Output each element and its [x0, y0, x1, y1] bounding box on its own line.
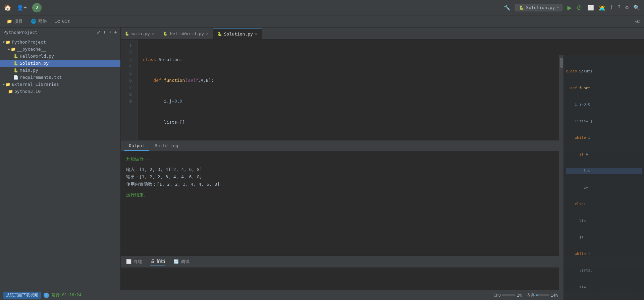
main-layout: PythonProject ⤢ ⬆ ⬇ + ▼ 📁 PythonProject …: [0, 27, 644, 290]
file-selector-label: Solution.py: [526, 5, 555, 10]
vertical-scrollbar[interactable]: [559, 55, 564, 300]
chevron-right-icon: ▶: [8, 47, 10, 51]
profile-icon[interactable]: 🧑‍💻: [599, 4, 605, 11]
preview-line-1: class Soluti: [566, 69, 642, 74]
tree-item-helloworld[interactable]: 🐍 HelloWorld.py: [0, 53, 120, 60]
tab-close-solution[interactable]: ✕: [255, 32, 257, 36]
download-banner[interactable]: 从该页面下载视频: [3, 292, 41, 299]
memory-progress-container: [536, 294, 549, 296]
add-file-icon[interactable]: +: [114, 29, 117, 35]
share-icon[interactable]: ⤴: [610, 4, 613, 11]
line-num-9: 9: [121, 98, 135, 105]
tree-root-label: PythonProject: [12, 40, 46, 45]
sidebar-actions: ⤢ ⬆ ⬇ +: [97, 29, 117, 35]
running-time: 运行 01:16:24: [52, 292, 82, 298]
download-icon[interactable]: ⬇: [109, 29, 111, 35]
wrench-icon[interactable]: 🔧: [504, 4, 511, 11]
file-selector[interactable]: 🐍 Solution.py ▾: [515, 4, 562, 11]
preview-line-6: if A[: [566, 152, 642, 158]
toolbar-right: 🔧 🐍 Solution.py ▾ ▶ ⏱ ⬜ 🧑‍💻 ⤴ ? ⚙ 🔍: [504, 3, 640, 12]
nav-project-label: 项目: [14, 18, 23, 24]
tab-solution-label: Solution.py: [224, 32, 253, 37]
chevron-down-icon: ▼: [3, 40, 5, 44]
status-left: 从该页面下载视频 2 运行 01:16:24: [3, 292, 82, 299]
chevron-right-icon-2: ▶: [3, 82, 5, 86]
nav-collapse-icon[interactable]: ≪: [635, 19, 640, 24]
tree-item-pycache[interactable]: ▶ 📁 __pycache__: [0, 46, 120, 53]
memory-progress-bar: [536, 294, 538, 296]
sidebar: PythonProject ⤢ ⬆ ⬇ + ▼ 📁 PythonProject …: [0, 27, 121, 290]
external-libraries-label: External Libraries: [12, 82, 59, 87]
upload-icon[interactable]: ⬆: [103, 29, 106, 35]
preview-line-14: i+=: [566, 285, 642, 290]
line-num-6: 6: [121, 77, 135, 84]
tree-item-main[interactable]: 🐍 main.py: [0, 67, 120, 74]
python-file-icon-2: 🐍: [13, 61, 18, 66]
debug-tool[interactable]: 🔄 调试: [173, 259, 190, 265]
nav-network[interactable]: 🌐 网络: [28, 17, 50, 26]
tab-bar: 🐍 main.py ✕ 🐍 HelloWorld.py ✕ 🐍 Solution…: [121, 27, 644, 40]
nav-project[interactable]: 📁 项目: [4, 17, 25, 26]
pycache-label: __pycache__: [17, 47, 46, 52]
tab-close-mainpy[interactable]: ✕: [152, 32, 154, 36]
settings-icon[interactable]: ⚙: [625, 4, 629, 11]
stop-button[interactable]: ⬜: [587, 4, 594, 11]
cpu-value: 2%: [517, 293, 522, 298]
nav-actions: ≪: [635, 19, 640, 24]
tab-output[interactable]: Output: [124, 141, 149, 151]
add-user-icon[interactable]: 👤+: [17, 4, 27, 11]
terminal-tool[interactable]: ⬜ 终端: [126, 259, 142, 265]
cpu-label: CPU: [493, 293, 501, 298]
preview-line-4: lists=[]: [566, 119, 642, 124]
python310-label: python3.10: [14, 89, 41, 94]
code-preview-panel: class Soluti def funct i,j=0,0 lists=[] …: [564, 55, 644, 300]
sidebar-header: PythonProject ⤢ ⬆ ⬇ +: [0, 27, 120, 37]
debug-label: 调试: [181, 259, 190, 265]
tab-close-helloworld[interactable]: ✕: [206, 32, 208, 36]
preview-line-10: lis: [566, 218, 642, 224]
python-file-icon: 🐍: [13, 54, 18, 59]
preview-line-13: lists.: [566, 268, 642, 274]
output-tool[interactable]: 🖨 输出: [150, 258, 165, 265]
search-icon[interactable]: 🔍: [633, 4, 640, 11]
preview-line-8: i+: [566, 185, 642, 191]
tree-external-libraries[interactable]: ▶ 📁 External Libraries: [0, 81, 120, 88]
scroll-thumb[interactable]: [560, 58, 563, 68]
cpu-progress-container: [502, 294, 516, 296]
pycache-folder-icon: 📁: [11, 47, 16, 52]
avatar[interactable]: U: [32, 3, 42, 12]
preview-line-12: while i: [566, 251, 642, 257]
file-tree: ▼ 📁 PythonProject ▶ 📁 __pycache__ 🐍 Hell…: [0, 37, 120, 290]
help-icon[interactable]: ?: [618, 4, 621, 11]
nav-git-label: Git: [62, 19, 70, 24]
debug-rotate-icon: 🔄: [173, 259, 179, 264]
tree-item-requirements[interactable]: 📄 requirements.txt: [0, 74, 120, 81]
text-file-icon: 📄: [13, 75, 18, 80]
requirements-label: requirements.txt: [20, 75, 62, 80]
tab-helloworld[interactable]: 🐍 HelloWorld.py ✕: [159, 28, 213, 39]
run-button[interactable]: ▶: [567, 3, 572, 12]
notification-badge[interactable]: 2: [44, 293, 49, 298]
line-num-4: 4: [121, 63, 135, 70]
tab-helloworld-label: HelloWorld.py: [170, 31, 204, 36]
sidebar-title: PythonProject: [3, 30, 38, 35]
toolbar-left: 🏠 👤+ U: [4, 3, 42, 12]
tab-mainpy[interactable]: 🐍 main.py ✕: [121, 28, 159, 39]
debug-button[interactable]: ⏱: [577, 4, 583, 11]
python-file-icon-3: 🐍: [13, 68, 18, 73]
output-icon: 🖨: [150, 258, 155, 263]
preview-line-11: j+: [566, 235, 642, 240]
python310-folder-icon: 📁: [8, 89, 13, 94]
preview-line-3: i,j=0,0: [566, 102, 642, 108]
tree-root-folder[interactable]: ▼ 📁 PythonProject: [0, 39, 120, 46]
line-num-2: 2: [121, 49, 135, 56]
memory-value: 14%: [551, 293, 558, 298]
nav-git[interactable]: ⎇ Git: [52, 17, 72, 25]
tab-solution[interactable]: 🐍 Solution.py ✕: [213, 28, 262, 39]
terminal-icon: ⬜: [126, 259, 131, 264]
home-icon[interactable]: 🏠: [4, 4, 11, 11]
expand-icon[interactable]: ⤢: [97, 29, 101, 35]
tab-build-log[interactable]: Build Log: [150, 141, 183, 151]
tree-item-python310[interactable]: 📁 python3.10: [0, 88, 120, 95]
tree-item-solution[interactable]: 🐍 Solution.py: [0, 60, 120, 67]
